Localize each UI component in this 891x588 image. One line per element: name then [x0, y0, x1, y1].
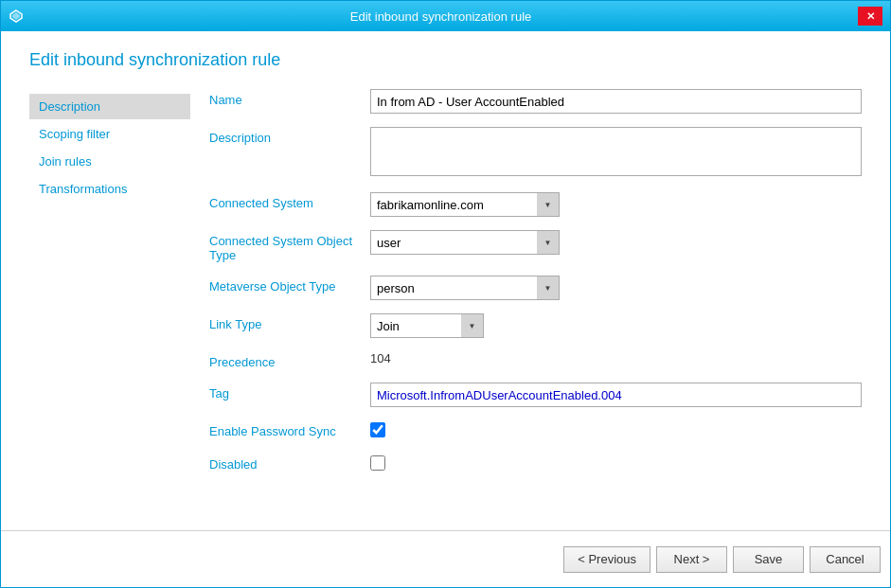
page-title: Edit inbound synchronization rule	[29, 50, 862, 70]
enable-password-sync-label: Enable Password Sync	[209, 420, 370, 438]
name-label: Name	[209, 89, 370, 107]
form-area: Name Description Connected System	[190, 89, 862, 511]
metaverse-object-type-control: person group contact	[370, 276, 862, 300]
name-row: Name	[209, 89, 862, 114]
sidebar-item-transformations[interactable]: Transformations	[29, 176, 190, 202]
connected-system-object-type-select-wrapper: user group contact	[370, 230, 560, 255]
link-type-row: Link Type Join Provision	[209, 313, 862, 338]
tag-input[interactable]	[370, 383, 862, 407]
disabled-checkbox[interactable]	[370, 455, 385, 471]
sidebar: Description Scoping filter Join rules Tr…	[29, 89, 190, 511]
sidebar-item-join-rules[interactable]: Join rules	[29, 149, 190, 174]
connected-system-object-type-label: Connected System Object Type	[209, 230, 370, 262]
main-window: Edit inbound synchronization rule ✕ Edit…	[0, 0, 891, 588]
precedence-value: 104	[370, 347, 391, 365]
content-area: Edit inbound synchronization rule Descri…	[1, 31, 890, 521]
title-bar-controls: ✕	[858, 7, 882, 26]
close-button[interactable]: ✕	[858, 7, 882, 26]
link-type-select-wrapper: Join Provision	[370, 313, 484, 338]
connected-system-object-type-select[interactable]: user group contact	[370, 230, 560, 255]
sidebar-item-scoping-filter[interactable]: Scoping filter	[29, 121, 190, 147]
cancel-button[interactable]: Cancel	[810, 546, 881, 573]
connected-system-select[interactable]: fabrikamonline.com other	[370, 192, 560, 217]
metaverse-object-type-label: Metaverse Object Type	[209, 276, 370, 294]
precedence-control: 104	[370, 351, 862, 365]
precedence-row: Precedence 104	[209, 351, 862, 369]
description-label: Description	[209, 127, 370, 145]
precedence-label: Precedence	[209, 351, 370, 369]
enable-password-sync-row: Enable Password Sync	[209, 420, 862, 440]
disabled-row: Disabled	[209, 454, 862, 473]
connected-system-label: Connected System	[209, 192, 370, 210]
tag-control	[370, 383, 862, 407]
connected-system-control: fabrikamonline.com other	[370, 192, 862, 217]
next-button[interactable]: Next >	[656, 546, 727, 573]
metaverse-object-type-row: Metaverse Object Type person group conta…	[209, 276, 862, 300]
name-input[interactable]	[370, 89, 862, 114]
title-bar-text: Edit inbound synchronization rule	[24, 9, 858, 24]
connected-system-object-type-control: user group contact	[370, 230, 862, 255]
tag-label: Tag	[209, 383, 370, 401]
name-control	[370, 89, 862, 114]
metaverse-object-type-select[interactable]: person group contact	[370, 276, 560, 300]
previous-button[interactable]: < Previous	[563, 546, 650, 573]
app-icon	[9, 9, 24, 24]
save-button[interactable]: Save	[733, 546, 804, 573]
description-control	[370, 127, 862, 179]
connected-system-select-wrapper: fabrikamonline.com other	[370, 192, 560, 217]
title-bar: Edit inbound synchronization rule ✕	[1, 1, 890, 31]
link-type-label: Link Type	[209, 313, 370, 331]
svg-marker-1	[12, 12, 20, 20]
connected-system-row: Connected System fabrikamonline.com othe…	[209, 192, 862, 217]
disabled-control	[370, 454, 862, 473]
enable-password-sync-control	[370, 420, 862, 440]
footer: < Previous Next > Save Cancel	[1, 530, 890, 587]
link-type-select[interactable]: Join Provision	[370, 313, 484, 338]
metaverse-object-type-select-wrapper: person group contact	[370, 276, 560, 300]
sidebar-item-description[interactable]: Description	[29, 94, 190, 119]
tag-row: Tag	[209, 383, 862, 407]
description-input[interactable]	[370, 127, 862, 176]
link-type-control: Join Provision	[370, 313, 862, 338]
connected-system-object-type-row: Connected System Object Type user group …	[209, 230, 862, 262]
disabled-label: Disabled	[209, 454, 370, 472]
description-row: Description	[209, 127, 862, 179]
enable-password-sync-checkbox[interactable]	[370, 422, 385, 437]
main-body: Description Scoping filter Join rules Tr…	[29, 89, 862, 511]
